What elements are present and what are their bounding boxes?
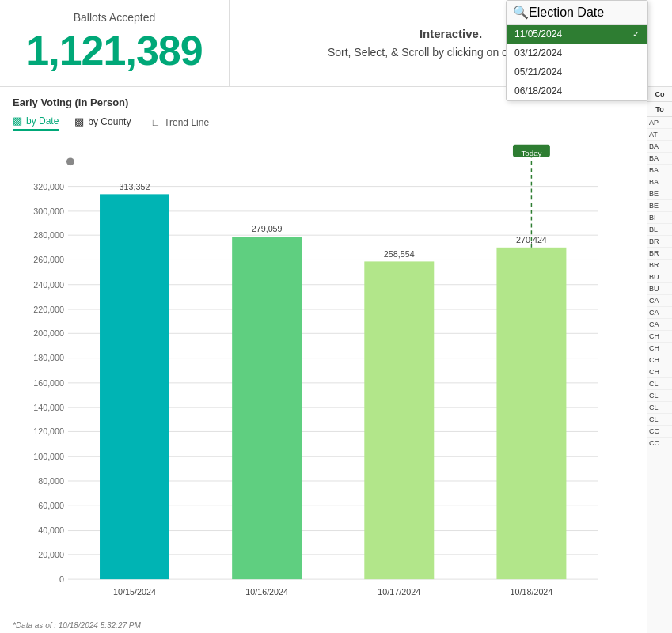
- election-date-label: Election Date: [529, 6, 604, 20]
- sidebar-row: BI: [647, 212, 672, 224]
- sidebar-header-county: Co: [647, 87, 672, 102]
- bar-3[interactable]: [364, 261, 434, 579]
- sidebar-row: BE: [647, 188, 672, 200]
- ballots-count: 1,121,389: [16, 27, 213, 74]
- sidebar-row: BR: [647, 260, 672, 271]
- svg-point-34: [66, 157, 74, 165]
- bar-chart-container: .y-label { font-size: 11px; fill: #666; …: [13, 138, 634, 618]
- tab-trend-line[interactable]: ∟ Trend Line: [150, 117, 209, 128]
- tab-trend-line-label: Trend Line: [164, 117, 209, 128]
- sidebar-header-total: To: [647, 102, 672, 117]
- tab-by-date-label: by Date: [26, 116, 59, 127]
- bar-chart-icon-county: ▩: [74, 116, 84, 127]
- sidebar-row: CL: [647, 402, 672, 414]
- bar-1[interactable]: [100, 194, 169, 579]
- sidebar-row: CO: [647, 438, 672, 449]
- svg-text:313,352: 313,352: [120, 182, 150, 191]
- svg-text:40,000: 40,000: [38, 525, 64, 535]
- election-date-option-1[interactable]: 11/05/2024 ✓: [507, 25, 647, 44]
- svg-text:10/15/2024: 10/15/2024: [113, 587, 156, 597]
- sidebar-row: BA: [647, 176, 672, 188]
- svg-text:200,000: 200,000: [33, 328, 64, 338]
- sidebar-row: BU: [647, 283, 672, 295]
- sidebar-row: CH: [647, 354, 672, 366]
- right-sidebar: Co To AP AT BA BA BA BA BE BE BI BL BR B…: [647, 87, 672, 633]
- today-badge-text: Today: [521, 149, 541, 157]
- sidebar-row: BU: [647, 271, 672, 283]
- sidebar-row: CO: [647, 426, 672, 438]
- svg-text:258,554: 258,554: [384, 249, 415, 259]
- sidebar-row: BR: [647, 236, 672, 248]
- chart-tabs: ▩ by Date ▩ by County ∟ Trend Line: [13, 115, 634, 131]
- svg-text:279,059: 279,059: [252, 224, 283, 233]
- search-icon: 🔍: [513, 5, 529, 20]
- bar-2[interactable]: [232, 237, 302, 579]
- svg-text:280,000: 280,000: [33, 230, 64, 240]
- sidebar-row: CA: [647, 307, 672, 319]
- svg-text:300,000: 300,000: [33, 207, 64, 216]
- sidebar-row: CL: [647, 390, 672, 402]
- footer-note: *Data as of : 10/18/2024 5:32:27 PM: [13, 618, 634, 633]
- sidebar-row: AT: [647, 129, 672, 141]
- tab-by-date[interactable]: ▩ by Date: [13, 115, 59, 131]
- svg-text:220,000: 220,000: [33, 305, 64, 314]
- svg-text:160,000: 160,000: [33, 378, 64, 388]
- dropdown-search-bar: 🔍 Election Date: [507, 1, 647, 25]
- sidebar-row: BA: [647, 165, 672, 176]
- svg-text:10/18/2024: 10/18/2024: [511, 587, 553, 597]
- sidebar-row: CA: [647, 295, 672, 307]
- sidebar-row: CL: [647, 414, 672, 426]
- tab-by-county-label: by County: [88, 116, 131, 127]
- sidebar-row: BE: [647, 200, 672, 212]
- svg-text:320,000: 320,000: [33, 182, 64, 191]
- election-date-option-4[interactable]: 06/18/2024: [507, 81, 647, 100]
- chart-area: Early Voting (In Person) ▩ by Date ▩ by …: [0, 87, 647, 633]
- bar-chart-svg: .y-label { font-size: 11px; fill: #666; …: [13, 138, 634, 618]
- bar-chart-icon-date: ▩: [13, 115, 22, 127]
- sidebar-row: CH: [647, 366, 672, 378]
- svg-text:20,000: 20,000: [38, 550, 64, 559]
- svg-text:100,000: 100,000: [33, 452, 64, 461]
- bar-4[interactable]: [496, 248, 566, 579]
- ballots-section: Ballots Accepted 1,121,389: [0, 0, 230, 86]
- top-bar: Ballots Accepted 1,121,389 Interactive. …: [0, 0, 672, 87]
- svg-text:260,000: 260,000: [33, 255, 64, 264]
- sidebar-row: BA: [647, 153, 672, 165]
- selected-checkmark: ✓: [632, 29, 640, 40]
- main-content: Early Voting (In Person) ▩ by Date ▩ by …: [0, 87, 672, 633]
- svg-text:0: 0: [59, 574, 64, 584]
- election-date-dropdown[interactable]: 🔍 Election Date 11/05/2024 ✓ 03/12/2024 …: [506, 0, 648, 101]
- svg-text:180,000: 180,000: [33, 353, 64, 362]
- sidebar-row: CH: [647, 343, 672, 354]
- sidebar-row: BA: [647, 141, 672, 153]
- sidebar-row: CL: [647, 378, 672, 390]
- sidebar-row: BR: [647, 248, 672, 260]
- svg-text:240,000: 240,000: [33, 280, 64, 290]
- election-date-option-3[interactable]: 05/21/2024: [507, 63, 647, 81]
- sidebar-row: CA: [647, 319, 672, 331]
- svg-text:10/17/2024: 10/17/2024: [378, 587, 420, 597]
- svg-text:60,000: 60,000: [38, 501, 64, 510]
- svg-text:120,000: 120,000: [33, 426, 64, 436]
- election-date-option-2[interactable]: 03/12/2024: [507, 44, 647, 63]
- sidebar-row: AP: [647, 117, 672, 129]
- svg-text:80,000: 80,000: [38, 476, 64, 486]
- ballots-title: Ballots Accepted: [16, 11, 213, 24]
- svg-text:10/16/2024: 10/16/2024: [245, 587, 288, 597]
- sidebar-row: BL: [647, 224, 672, 236]
- svg-text:140,000: 140,000: [33, 403, 64, 412]
- trend-line-icon: ∟: [150, 117, 160, 128]
- sidebar-row: CH: [647, 331, 672, 343]
- tab-by-county[interactable]: ▩ by County: [74, 116, 131, 130]
